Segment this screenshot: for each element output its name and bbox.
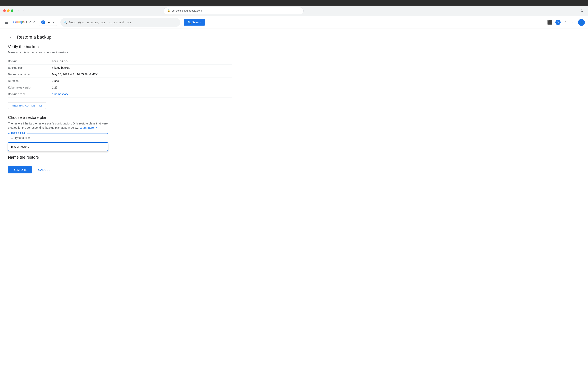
hamburger-icon: ☰ <box>5 20 8 25</box>
search-input[interactable] <box>69 21 177 24</box>
dropdown-option-mkdev-restore[interactable]: mkdev-restore <box>8 143 108 151</box>
bottom-actions: RESTORE CANCEL <box>8 163 232 177</box>
avatar[interactable]: 👤 <box>578 19 585 26</box>
restore-plan-section: Choose a restore plan The restore inheri… <box>8 115 232 151</box>
chevron-down-icon: ▾ <box>53 20 55 24</box>
back-nav: ← Restore a backup <box>8 34 232 40</box>
cancel-button[interactable]: CANCEL <box>34 166 54 173</box>
project-selector[interactable]: ⬡ test ▾ <box>39 19 57 26</box>
field-label-backup-plan: Backup plan <box>8 66 52 69</box>
page-title: Restore a backup <box>17 35 51 40</box>
field-value-start-time: May 28, 2023 at 11:10:45 AM GMT+1 <box>52 73 99 76</box>
table-row: Kubernetes version 1.25 <box>8 84 232 91</box>
search-bar-container: 🔍 <box>60 18 180 27</box>
logo-cloud-text: Cloud <box>26 20 35 24</box>
table-row: Backup plan mkdev-backup <box>8 65 232 71</box>
cloud-shell-btn[interactable]: ⬛ <box>546 18 554 26</box>
verify-section: Verify the backup Make sure this is the … <box>8 45 232 115</box>
name-section-title: Name the restore <box>8 155 232 160</box>
back-nav-btn[interactable]: ‹ <box>17 8 20 14</box>
reload-btn[interactable]: ↻ <box>579 7 585 14</box>
table-row: Backup scope 1 namespace <box>8 91 232 97</box>
close-window-btn[interactable] <box>3 9 6 12</box>
backup-info-table: Backup backup-28-5 Backup plan mkdev-bac… <box>8 58 232 97</box>
search-btn-icon: 🔍 <box>188 21 191 24</box>
search-btn-label: Search <box>192 21 201 24</box>
back-arrow-icon: ← <box>9 35 13 39</box>
restore-plan-label: Restore plan * <box>10 132 27 134</box>
gcp-topbar: ☰ Google Cloud ⬡ test ▾ 🔍 🔍 Search ⬛ 3 ?… <box>0 16 588 29</box>
restore-plan-title: Choose a restore plan <box>8 115 232 120</box>
settings-btn[interactable]: ⋮ <box>569 18 576 26</box>
learn-more-link[interactable]: Learn more ↗ <box>79 126 97 129</box>
restore-button[interactable]: RESTORE <box>8 166 32 173</box>
search-icon: 🔍 <box>63 21 67 24</box>
topbar-right: ⬛ 3 ? ⋮ 👤 <box>546 18 585 26</box>
field-label-scope: Backup scope <box>8 93 52 96</box>
gcp-logo: Google Cloud <box>13 20 35 24</box>
field-label-start-time: Backup start time <box>8 73 52 76</box>
dropdown-options: mkdev-restore <box>8 143 108 151</box>
logo-google-text: Google <box>13 20 25 24</box>
main-content: ← Restore a backup Verify the backup Mak… <box>0 29 240 181</box>
option-label: mkdev-restore <box>11 145 29 148</box>
restore-plan-dropdown-container: Restore plan * ≡ Type to filter mkdev-re… <box>8 133 108 151</box>
forward-nav-btn[interactable]: › <box>22 8 25 14</box>
verify-section-desc: Make sure this is the backup you want to… <box>8 51 232 54</box>
project-name: test <box>47 21 51 24</box>
browser-controls: ‹ › 🔒 console.cloud.google.com ↻ <box>0 6 588 16</box>
name-section: Name the restore <box>8 155 232 160</box>
search-button[interactable]: 🔍 Search <box>184 19 205 26</box>
filter-placeholder: Type to filter <box>15 136 30 139</box>
help-btn[interactable]: ? <box>562 18 567 26</box>
field-label-duration: Duration <box>8 79 52 82</box>
minimize-window-btn[interactable] <box>7 9 10 12</box>
url-text: console.cloud.google.com <box>172 9 202 12</box>
browser-actions: ↻ <box>579 7 585 14</box>
table-row: Backup start time May 28, 2023 at 11:10:… <box>8 71 232 78</box>
notification-count: 3 <box>557 21 559 24</box>
address-bar[interactable]: 🔒 console.cloud.google.com <box>164 7 304 14</box>
maximize-window-btn[interactable] <box>11 9 13 12</box>
field-value-backup: backup-28-5 <box>52 59 68 63</box>
field-label-k8s-version: Kubernetes version <box>8 86 52 89</box>
verify-section-title: Verify the backup <box>8 45 232 49</box>
restore-plan-desc: The restore inherits the restore plan's … <box>8 121 112 130</box>
restore-plan-dropdown[interactable]: ≡ Type to filter <box>8 133 108 143</box>
browser-nav: ‹ › <box>17 8 25 14</box>
browser-bar <box>0 0 588 6</box>
field-value-k8s-version: 1.25 <box>52 86 57 89</box>
view-backup-details-button[interactable]: VIEW BACKUP DETAILS <box>8 102 46 109</box>
avatar-icon: 👤 <box>580 21 583 24</box>
namespace-link[interactable]: 1 namespace <box>52 93 69 96</box>
notification-badge[interactable]: 3 <box>555 20 561 25</box>
table-row: Duration 9 sec <box>8 78 232 84</box>
table-row: Backup backup-28-5 <box>8 58 232 65</box>
field-value-backup-plan: mkdev-backup <box>52 66 70 69</box>
window-controls <box>3 9 13 12</box>
field-value-scope: 1 namespace <box>52 93 69 96</box>
back-button[interactable]: ← <box>8 34 14 40</box>
filter-icon: ≡ <box>11 136 13 140</box>
menu-icon-btn[interactable]: ☰ <box>3 18 10 26</box>
lock-icon: 🔒 <box>167 9 170 12</box>
project-icon: ⬡ <box>41 20 45 24</box>
field-value-duration: 9 sec <box>52 79 59 82</box>
field-label-backup: Backup <box>8 59 52 63</box>
